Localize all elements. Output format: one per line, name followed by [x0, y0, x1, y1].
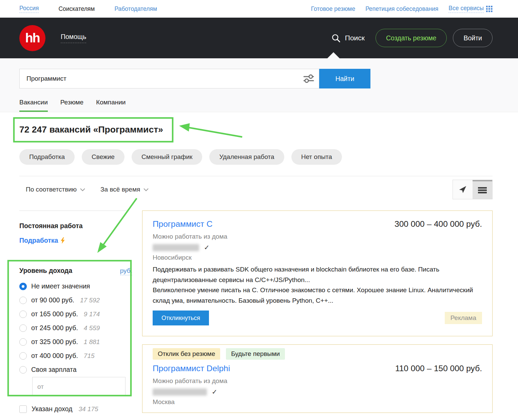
income-option[interactable]: от 165 000 руб. 9 174	[19, 307, 132, 321]
chevron-down-icon	[80, 188, 85, 191]
search-input[interactable]	[20, 75, 303, 82]
all-services-label: Все сервисы	[448, 5, 484, 13]
vacancy-city: Москва	[153, 398, 482, 406]
grid-icon	[486, 6, 493, 12]
income-option-count: 9 174	[84, 311, 100, 318]
custom-salary-from-input[interactable]	[32, 377, 126, 396]
create-resume-button[interactable]: Создать резюме	[376, 29, 447, 47]
vacancy-city: Новосибирск	[153, 254, 482, 261]
chip-no-experience[interactable]: Нет опыта	[291, 149, 342, 165]
income-specified-option[interactable]: Указан доход 34 175	[19, 405, 132, 413]
vacancy-description-line2: Великолепное умение писать на C. Отлично…	[153, 285, 482, 306]
radio-icon	[19, 352, 27, 360]
filter-side-job-link[interactable]: Подработка	[19, 237, 132, 244]
apply-button[interactable]: Откликнуться	[153, 311, 209, 325]
vacancy-card: Отклик без резюме Будьте первыми Програм…	[142, 344, 493, 413]
company-name-blurred[interactable]	[153, 388, 207, 396]
income-option-count: 1 881	[84, 338, 100, 346]
hh-logo[interactable]: hh	[19, 25, 45, 51]
vacancy-list: Программист С 300 000 – 400 000 руб. Мож…	[142, 211, 493, 413]
nav-employers[interactable]: Работодателям	[114, 5, 157, 13]
header-search-button[interactable]: Поиск	[331, 34, 365, 43]
radio-icon	[19, 338, 27, 346]
advanced-search-icon[interactable]	[303, 73, 314, 84]
search-row: Найти	[19, 69, 493, 88]
income-option[interactable]: от 400 000 руб. 715	[19, 349, 132, 363]
main-content: 72 247 вакансий «Программист» Подработка…	[0, 124, 518, 413]
badge-no-resume: Отклик без резюме	[153, 348, 220, 360]
income-option[interactable]: Своя зарплата	[19, 363, 132, 377]
vacancy-company-row: ✓	[153, 388, 482, 396]
quick-filter-chips: Подработка Свежие Сменный график Удаленн…	[19, 149, 493, 165]
vacancy-badges: Отклик без резюме Будьте первыми	[153, 348, 482, 360]
tab-companies[interactable]: Компании	[96, 99, 126, 112]
topbar: Россия Соискателям Работодателям Готовое…	[0, 0, 518, 18]
income-option-count: 4 559	[84, 324, 100, 332]
filter-permanent-work: Постоянная работа	[19, 222, 132, 230]
chip-remote-work[interactable]: Удаленная работа	[209, 149, 284, 165]
vacancy-description: Поддерживать и развивать SDK общего назн…	[153, 264, 482, 306]
sort-controls: По соответствию За всё время	[19, 186, 149, 193]
vacancy-company-row: ✓	[153, 243, 482, 252]
income-option[interactable]: от 325 000 руб. 1 881	[19, 335, 132, 349]
search-box	[19, 69, 319, 88]
topbar-right-links: Готовое резюме Репетиция собеседования В…	[311, 5, 493, 13]
location-arrow-icon	[458, 185, 467, 194]
vacancy-salary: 300 000 – 400 000 руб.	[395, 219, 482, 229]
find-button[interactable]: Найти	[319, 69, 370, 88]
chip-shift-schedule[interactable]: Сменный график	[132, 149, 203, 165]
filters-sidebar: Постоянная работа Подработка Уровень дох…	[19, 211, 132, 413]
header-actions: Поиск Создать резюме Войти	[331, 29, 493, 47]
verified-check-icon: ✓	[212, 388, 217, 396]
tab-resumes[interactable]: Резюме	[60, 99, 83, 112]
badge-be-first: Будьте первыми	[226, 348, 285, 360]
sort-by-dropdown[interactable]: По соответствию	[26, 186, 85, 193]
login-button[interactable]: Войти	[453, 29, 493, 47]
ad-badge: Реклама	[445, 312, 482, 324]
region-selector[interactable]: Россия	[19, 5, 39, 13]
income-option[interactable]: от 90 000 руб. 17 592	[19, 293, 132, 307]
income-option-label: от 245 000 руб.	[31, 324, 78, 332]
sort-by-label: По соответствию	[26, 186, 77, 193]
chip-side-job[interactable]: Подработка	[19, 149, 75, 165]
radio-icon	[19, 366, 27, 374]
time-period-dropdown[interactable]: За всё время	[100, 186, 149, 193]
radio-icon	[19, 324, 27, 332]
vacancy-remote-note: Можно работать из дома	[153, 233, 482, 240]
list-view-button[interactable]	[473, 180, 492, 199]
time-period-label: За всё время	[100, 186, 140, 193]
company-name-blurred[interactable]	[153, 244, 199, 251]
list-icon	[478, 186, 487, 194]
income-option[interactable]: Не имеет значения	[19, 279, 132, 293]
income-filter-title: Уровень дохода	[19, 267, 72, 275]
map-view-button[interactable]	[453, 180, 473, 199]
checkbox-icon	[19, 405, 27, 413]
nav-seekers[interactable]: Соискателям	[58, 5, 95, 13]
vacancy-remote-note: Можно работать из дома	[153, 377, 482, 385]
app-header: hh Помощь Поиск Создать резюме Войти	[0, 18, 518, 58]
currency-selector[interactable]: руб.	[120, 267, 132, 275]
income-option-count: 715	[84, 352, 95, 360]
vacancy-salary: 110 000 – 150 000 руб.	[395, 364, 482, 373]
vacancy-title-link[interactable]: Программист Delphi	[153, 364, 230, 373]
view-toggle	[453, 180, 493, 199]
content-columns: Постоянная работа Подработка Уровень дох…	[19, 211, 493, 413]
nav-interview-practice[interactable]: Репетиция собеседования	[365, 5, 438, 13]
nav-all-services[interactable]: Все сервисы	[448, 5, 493, 13]
topbar-left-links: Россия Соискателям Работодателям	[19, 5, 157, 13]
side-job-label: Подработка	[19, 237, 58, 244]
sort-row: По соответствию За всё время	[19, 176, 493, 203]
tab-vacancies[interactable]: Вакансии	[19, 99, 48, 112]
income-options: Не имеет значения от 90 000 руб. 17 592 …	[19, 279, 132, 377]
search-icon	[331, 34, 341, 43]
chevron-down-icon	[143, 188, 149, 191]
divider	[19, 211, 127, 211]
vacancy-title-link[interactable]: Программист С	[153, 219, 212, 229]
income-option-label: Своя зарплата	[31, 366, 77, 374]
income-option[interactable]: от 245 000 руб. 4 559	[19, 321, 132, 335]
help-link[interactable]: Помощь	[61, 33, 86, 43]
chip-fresh[interactable]: Свежие	[82, 149, 124, 165]
nav-ready-resume[interactable]: Готовое резюме	[311, 5, 355, 13]
income-option-label: от 325 000 руб.	[31, 338, 78, 346]
vacancy-card-header: Программист Delphi 110 000 – 150 000 руб…	[153, 364, 482, 373]
